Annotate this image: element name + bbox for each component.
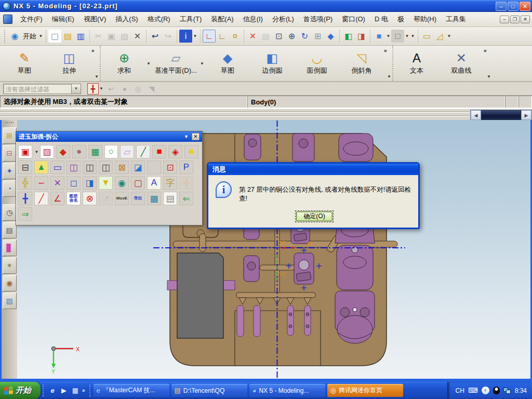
undo-icon[interactable]: ↩ — [149, 30, 162, 43]
media-quicklaunch-icon[interactable]: ▶ — [59, 386, 69, 395]
undo-selection-icon[interactable]: ↩ — [105, 83, 117, 95]
show-hide-icon[interactable]: ◧ — [342, 30, 355, 43]
menu-file[interactable]: 文件(F) — [16, 13, 47, 25]
group-caret-icon[interactable]: ▼ — [95, 74, 99, 79]
trim-cube-red-icon[interactable]: ◈ — [168, 145, 182, 158]
char-stamp-icon[interactable]: 字 — [163, 176, 177, 190]
cavity-outline-icon[interactable]: ∽ — [34, 176, 48, 190]
face-style-icon[interactable]: □ — [391, 30, 404, 43]
cylinder-green-icon[interactable]: ○ — [104, 145, 118, 158]
extrude-button[interactable]: ◫拉伸 — [47, 47, 91, 80]
new-file-icon[interactable]: ▢ — [48, 30, 61, 43]
task-nx[interactable]: ◕NX 5 - Modeling... — [249, 384, 325, 397]
cut-icon[interactable]: ✂ — [92, 30, 105, 43]
toolbar-drag-handle[interactable] — [4, 30, 6, 43]
red-face-icon[interactable]: ■ — [152, 145, 166, 158]
selection-filter-dropdown[interactable]: ▼ — [72, 84, 81, 94]
swatch-caret-icon[interactable]: ▼ — [34, 150, 39, 154]
delete-icon[interactable]: ✕ — [131, 30, 144, 43]
history-tab[interactable]: ◷ — [3, 204, 17, 221]
task-qq-folder[interactable]: ▤D:\Tencent\QQ — [171, 384, 247, 397]
corner-cube-icon[interactable]: ◨ — [83, 176, 97, 190]
menu-analysis[interactable]: 分析(L) — [268, 13, 299, 25]
splitter-groove[interactable] — [0, 115, 470, 117]
menu-format[interactable]: 格式(R) — [143, 13, 175, 25]
resource-bar-handle[interactable] — [5, 122, 14, 126]
start-globe-icon[interactable]: ◉ — [8, 30, 21, 43]
sketch-in-task-button[interactable]: ◆草图 — [205, 47, 250, 80]
dialog-title-bar[interactable]: 消息 — [208, 164, 418, 175]
snap-point-icon[interactable]: ╋ — [87, 83, 99, 95]
freeform-face-icon[interactable]: ● — [72, 145, 86, 158]
menu-electrode[interactable]: 极 — [393, 13, 409, 25]
scrollbar-thumb[interactable] — [481, 110, 521, 120]
start-menu-label[interactable]: 开始 — [21, 32, 38, 41]
shaded-caret-icon[interactable]: ▼ — [385, 30, 391, 43]
pink-face-icon[interactable]: ▱ — [120, 145, 134, 158]
menu-assemblies[interactable]: 装配(A) — [206, 13, 238, 25]
shaded-display-icon[interactable]: ■ — [373, 30, 385, 43]
csys-orient-icon[interactable]: ∟ — [216, 30, 229, 43]
pocket-frame-icon[interactable]: ⊡ — [163, 161, 177, 174]
task-mastercam[interactable]: e『MasterCAM 技... — [94, 384, 169, 397]
menu-preferences[interactable]: 首选项(P) — [299, 13, 337, 25]
overflow-chevron-icon[interactable]: » — [484, 48, 491, 54]
hatch-cube-green-icon[interactable]: ▦ — [88, 145, 102, 158]
mdi-restore-button[interactable]: ❐ — [510, 16, 520, 23]
palette-dropdown-icon[interactable]: ▼ — [181, 134, 192, 139]
splitter-groove[interactable] — [0, 111, 470, 113]
face-blend-button[interactable]: ◡面倒圆 — [295, 47, 339, 80]
measure-caret-icon[interactable]: ▼ — [446, 30, 452, 43]
details-panel-tab[interactable]: ▤ — [3, 222, 17, 238]
unite-button[interactable]: ⊕求和 — [102, 47, 147, 80]
split-body-1-icon[interactable]: ◫ — [83, 161, 97, 174]
view-more-caret-icon[interactable]: ▼ — [410, 30, 416, 43]
measure-distance-icon[interactable]: ▭ — [420, 30, 433, 43]
coord-list-icon[interactable]: ∠ — [50, 192, 64, 205]
edge-blend-button[interactable]: ◧边倒圆 — [250, 47, 295, 80]
overflow-chevron-icon[interactable]: » — [91, 48, 99, 54]
minimize-button[interactable]: – — [496, 2, 507, 11]
menu-help[interactable]: 帮助(H) — [409, 13, 441, 25]
yellow-block-icon[interactable]: ■ — [184, 145, 198, 158]
face-style-caret-icon[interactable]: ▼ — [404, 30, 410, 43]
save-icon[interactable]: ▥ — [74, 30, 87, 43]
horizontal-scrollbar[interactable]: ◄ ► — [470, 110, 532, 121]
profile-curve-icon[interactable]: P — [179, 161, 193, 174]
open-file-icon[interactable]: ▤ — [61, 30, 74, 43]
menu-view[interactable]: 视图(V) — [79, 13, 111, 25]
quick-launch-overflow-icon[interactable]: » — [82, 388, 85, 393]
report-tab[interactable]: ◔ — [3, 180, 17, 197]
general-selection-icon[interactable]: ◎ — [132, 83, 144, 95]
center-mark-icon[interactable]: ╋ — [18, 192, 32, 205]
selection-filter-combo[interactable]: 没有选择过滤器 — [3, 84, 72, 94]
scroll-left-arrow[interactable]: ◄ — [471, 110, 481, 120]
double-curve-button[interactable]: ✕双曲线 — [439, 47, 484, 80]
export-icon[interactable]: 导出 — [131, 192, 145, 205]
move-text-icon[interactable]: MovE — [115, 192, 129, 205]
start-caret-icon[interactable]: ▼ — [38, 30, 44, 43]
color-swatch-icon[interactable]: ▣ — [18, 145, 32, 158]
mdi-close-button[interactable]: ✕ — [521, 16, 530, 23]
wireframe-cube-icon[interactable]: ◻ — [66, 176, 81, 190]
text-button[interactable]: A文本 — [394, 47, 439, 80]
dashed-box-icon[interactable]: ▭ — [50, 161, 64, 174]
menu-information[interactable]: 信息(I) — [238, 13, 268, 25]
green-line-icon[interactable]: ╱ — [136, 145, 150, 158]
move-arrow-icon[interactable]: ↗ — [99, 192, 113, 205]
menu-window[interactable]: 窗口(O) — [337, 13, 370, 25]
ok-button[interactable]: 确定(O) — [296, 211, 332, 221]
palette-close-icon[interactable]: ✕ — [192, 133, 200, 140]
chamfer-button[interactable]: ◹倒斜角 — [339, 47, 384, 80]
network-tray-icon[interactable] — [503, 388, 511, 394]
sketch-button[interactable]: ✎草图 — [2, 47, 47, 80]
insert-pot-icon[interactable]: ▼ — [99, 176, 113, 190]
split-solid-purple-icon[interactable]: ◫ — [66, 161, 81, 174]
info-history-icon[interactable]: i — [179, 30, 192, 43]
back-arrow-icon[interactable]: ⇐ — [179, 192, 193, 205]
redo-icon[interactable]: ↪ — [162, 30, 175, 43]
close-button[interactable]: ✕ — [520, 2, 530, 11]
diagonal-line-icon[interactable]: ╱ — [34, 192, 48, 205]
annotation-a-icon[interactable]: A — [147, 176, 161, 190]
mold-frame-icon[interactable]: ⊟ — [18, 161, 32, 174]
